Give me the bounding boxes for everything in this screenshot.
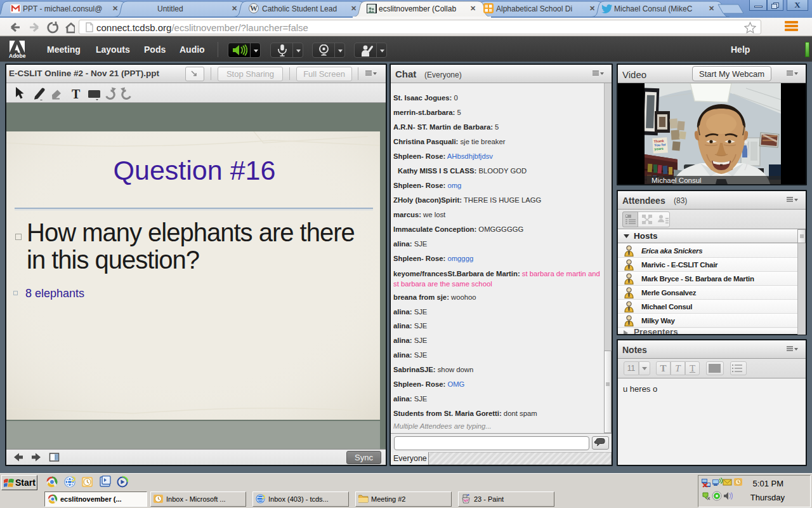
svg-text:T: T <box>72 87 81 101</box>
svg-text:Michael Consul: Michael Consul <box>652 177 702 184</box>
svg-text:years: years <box>654 147 664 151</box>
